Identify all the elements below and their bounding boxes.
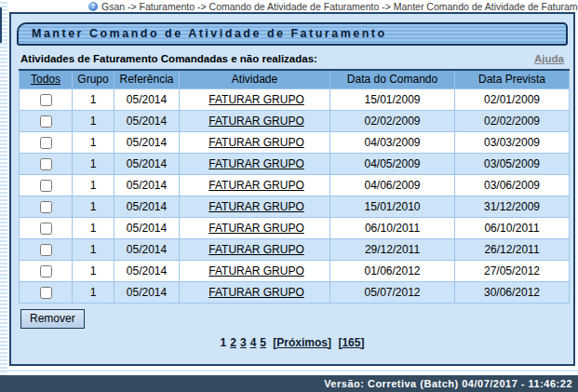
help-icon: ? — [88, 2, 98, 11]
row-atividade-cell: FATURAR GRUPO — [180, 174, 330, 196]
table-row: 1 05/2014 FATURAR GRUPO 15/01/2010 31/12… — [20, 196, 570, 217]
col-header-atividade: Atividade — [180, 70, 330, 88]
row-referencia: 05/2014 — [114, 174, 180, 196]
row-checkbox[interactable] — [40, 158, 52, 170]
row-referencia: 05/2014 — [114, 88, 180, 110]
col-header-grupo: Grupo — [73, 70, 114, 88]
select-all-link[interactable]: Todos — [31, 73, 60, 86]
row-checkbox[interactable] — [40, 244, 52, 256]
atividade-link[interactable]: FATURAR GRUPO — [208, 136, 303, 149]
row-grupo: 1 — [73, 110, 114, 131]
pagination-last-link[interactable]: [165] — [338, 336, 364, 349]
version-footer: Versão: Corretiva (Batch) 04/07/2017 - 1… — [0, 375, 578, 392]
pagination-page-link[interactable]: 5 — [260, 336, 266, 349]
row-data-comando: 04/06/2009 — [330, 174, 455, 196]
table-header-row: Todos Grupo Referência Atividade Data do… — [20, 70, 570, 88]
row-grupo: 1 — [73, 153, 114, 174]
row-grupo: 1 — [73, 260, 114, 281]
row-grupo: 1 — [73, 196, 114, 217]
row-data-comando: 06/10/2011 — [330, 217, 455, 238]
pagination-next-link[interactable]: [Próximos] — [273, 336, 331, 349]
footer-gap-line — [0, 370, 578, 372]
atividade-link[interactable]: FATURAR GRUPO — [208, 200, 303, 213]
row-checkbox[interactable] — [40, 94, 52, 106]
row-data-prevista: 27/05/2012 — [455, 260, 570, 281]
section-header: Atividades de Faturamento Comandadas e n… — [20, 53, 564, 64]
pagination-page-link[interactable]: 2 — [230, 336, 236, 349]
breadcrumb: ? Gsan -> Faturamento -> Comando de Ativ… — [9, 0, 578, 12]
table-row: 1 05/2014 FATURAR GRUPO 05/07/2012 30/06… — [20, 281, 570, 303]
sidebar-edge-strip — [0, 0, 7, 375]
row-data-prevista: 03/03/2009 — [455, 131, 570, 153]
col-header-todos: Todos — [20, 70, 73, 88]
row-checkbox-cell — [20, 196, 73, 217]
row-checkbox-cell — [20, 110, 73, 131]
row-data-comando: 15/01/2009 — [330, 88, 455, 110]
row-checkbox[interactable] — [40, 201, 52, 213]
row-checkbox-cell — [20, 281, 73, 303]
row-data-prevista: 03/05/2009 — [455, 153, 570, 174]
row-data-prevista: 26/12/2011 — [455, 238, 570, 260]
pagination-page-link[interactable]: 4 — [250, 336, 257, 349]
col-header-referencia: Referência — [114, 70, 180, 88]
row-grupo: 1 — [73, 88, 114, 110]
row-referencia: 05/2014 — [114, 238, 180, 260]
actions-row: Remover — [20, 309, 573, 329]
table-row: 1 05/2014 FATURAR GRUPO 02/02/2009 02/02… — [20, 110, 570, 131]
row-data-prevista: 06/10/2011 — [455, 217, 570, 238]
row-checkbox-cell — [20, 238, 73, 260]
row-atividade-cell: FATURAR GRUPO — [180, 131, 330, 153]
row-checkbox[interactable] — [40, 223, 52, 235]
atividade-link[interactable]: FATURAR GRUPO — [208, 179, 303, 192]
row-data-comando: 04/03/2009 — [330, 131, 455, 153]
row-atividade-cell: FATURAR GRUPO — [180, 153, 330, 174]
row-referencia: 05/2014 — [114, 153, 180, 174]
table-row: 1 05/2014 FATURAR GRUPO 01/06/2012 27/05… — [20, 260, 570, 281]
col-header-data-prevista: Data Prevista — [455, 70, 570, 88]
atividade-link[interactable]: FATURAR GRUPO — [208, 157, 303, 170]
row-referencia: 05/2014 — [114, 196, 180, 217]
atividade-link[interactable]: FATURAR GRUPO — [208, 115, 303, 128]
pagination-current-page: 1 — [221, 336, 227, 349]
row-data-comando: 04/05/2009 — [330, 153, 455, 174]
atividade-link[interactable]: FATURAR GRUPO — [208, 93, 303, 106]
table-row: 1 05/2014 FATURAR GRUPO 06/10/2011 06/10… — [20, 217, 570, 238]
row-referencia: 05/2014 — [114, 217, 180, 238]
row-atividade-cell: FATURAR GRUPO — [180, 196, 330, 217]
table-row: 1 05/2014 FATURAR GRUPO 04/06/2009 03/06… — [20, 174, 570, 196]
row-checkbox[interactable] — [40, 115, 52, 128]
row-checkbox-cell — [20, 88, 73, 110]
table-row: 1 05/2014 FATURAR GRUPO 04/03/2009 03/03… — [20, 131, 570, 153]
row-checkbox[interactable] — [40, 180, 52, 192]
row-grupo: 1 — [73, 238, 114, 260]
row-checkbox-cell — [20, 153, 73, 174]
row-data-prevista: 02/02/2009 — [455, 110, 570, 131]
row-grupo: 1 — [73, 131, 114, 153]
row-atividade-cell: FATURAR GRUPO — [180, 238, 330, 260]
main-panel: Manter Comando de Atividade de Faturamen… — [9, 12, 575, 366]
remover-button[interactable]: Remover — [20, 309, 85, 329]
row-grupo: 1 — [73, 281, 114, 303]
row-checkbox-cell — [20, 131, 73, 153]
ajuda-link[interactable]: Ajuda — [534, 53, 564, 64]
row-checkbox-cell — [20, 217, 73, 238]
row-data-comando: 02/02/2009 — [330, 110, 455, 131]
row-data-comando: 29/12/2011 — [330, 238, 455, 260]
atividade-link[interactable]: FATURAR GRUPO — [208, 222, 303, 235]
section-label: Atividades de Faturamento Comandadas e n… — [20, 53, 317, 64]
row-referencia: 05/2014 — [114, 281, 180, 303]
commands-table: Todos Grupo Referência Atividade Data do… — [19, 69, 570, 304]
pagination-page-link[interactable]: 3 — [240, 336, 247, 349]
row-grupo: 1 — [73, 174, 114, 196]
pagination: 12345 [Próximos] [165] — [11, 336, 573, 349]
row-checkbox-cell — [20, 260, 73, 281]
row-checkbox[interactable] — [40, 287, 52, 299]
row-atividade-cell: FATURAR GRUPO — [180, 260, 330, 281]
row-data-prevista: 30/06/2012 — [455, 281, 570, 303]
row-checkbox[interactable] — [40, 137, 52, 149]
row-checkbox[interactable] — [40, 265, 52, 277]
atividade-link[interactable]: FATURAR GRUPO — [208, 243, 303, 256]
atividade-link[interactable]: FATURAR GRUPO — [208, 264, 303, 277]
row-data-prevista: 31/12/2009 — [455, 196, 570, 217]
atividade-link[interactable]: FATURAR GRUPO — [208, 286, 303, 299]
